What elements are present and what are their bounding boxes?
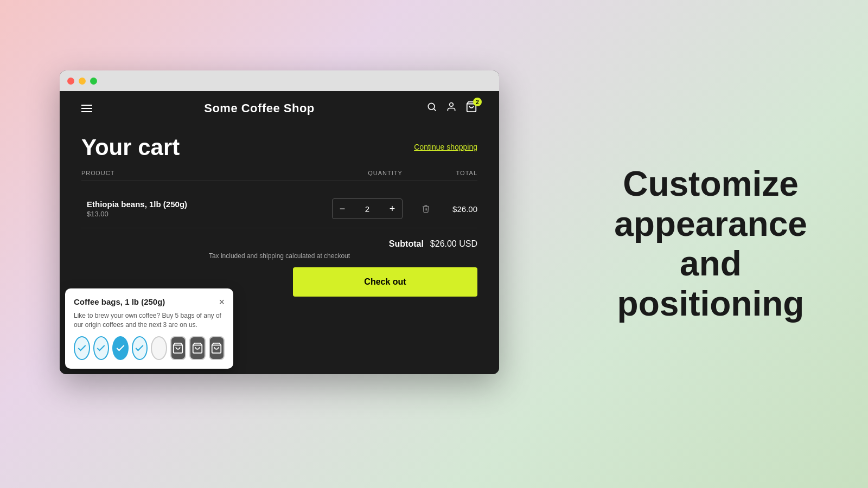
popup-description: Like to brew your own coffee? Buy 5 bags…: [74, 311, 225, 330]
popup-item-1[interactable]: [74, 336, 90, 360]
cart-item: Ethiopia beans, 1lb (250g) $13.00 − 2 +: [81, 190, 477, 228]
subtotal-row: Subtotal $26.00 USD: [81, 239, 477, 249]
quantity-increase-button[interactable]: +: [382, 199, 402, 219]
svg-point-2: [450, 103, 454, 107]
popup-item-3[interactable]: [112, 336, 129, 360]
quantity-column-header: QUANTITY: [336, 170, 434, 176]
subtotal-label: Subtotal: [389, 239, 424, 249]
minimize-button[interactable]: [79, 78, 86, 85]
heading-line2: appearance and: [614, 204, 807, 283]
close-button[interactable]: [67, 78, 74, 85]
total-column-header: TOTAL: [434, 170, 477, 176]
popup-title: Coffee bags, 1 lb (250g): [74, 297, 165, 306]
right-heading: Customize appearance and positioning: [597, 164, 825, 324]
store-title: Some Coffee Shop: [204, 101, 315, 115]
popup-item-5[interactable]: [151, 336, 167, 360]
popup-item-2[interactable]: [93, 336, 110, 360]
popup-item-4[interactable]: [132, 336, 148, 360]
popup-item-6[interactable]: [170, 336, 187, 360]
browser-titlebar: [60, 70, 499, 91]
tax-note: Tax included and shipping calculated at …: [81, 252, 477, 260]
item-info: Ethiopia beans, 1lb (250g) $13.00: [81, 200, 332, 218]
popup-item-7[interactable]: [189, 336, 206, 360]
right-text-panel: Customize appearance and positioning: [597, 164, 825, 324]
cart-header-row: Your cart Continue shopping: [81, 136, 477, 159]
account-icon[interactable]: [446, 101, 457, 115]
item-price: $13.00: [87, 210, 332, 218]
subtotal-value: $26.00 USD: [430, 239, 477, 249]
item-name: Ethiopia beans, 1lb (250g): [87, 200, 332, 209]
heading-line3: positioning: [617, 284, 805, 323]
subtotal-section: Subtotal $26.00 USD Tax included and shi…: [81, 239, 477, 297]
store-content: Some Coffee Shop: [60, 91, 499, 374]
delete-item-button[interactable]: [418, 204, 434, 213]
cart-icon[interactable]: 2: [465, 101, 477, 115]
svg-line-1: [434, 109, 436, 111]
nav-icons: 2: [426, 101, 477, 115]
hamburger-menu[interactable]: [81, 105, 92, 112]
popup-header: Coffee bags, 1 lb (250g) ×: [74, 297, 225, 307]
item-total: $26.00: [434, 204, 477, 214]
cart-badge: 2: [473, 98, 482, 106]
popup-close-button[interactable]: ×: [219, 297, 225, 307]
heading-line1: Customize: [623, 164, 799, 203]
quantity-decrease-button[interactable]: −: [333, 199, 352, 219]
upsell-popup: Coffee bags, 1 lb (250g) × Like to brew …: [65, 288, 233, 369]
search-icon[interactable]: [426, 101, 437, 115]
browser-window: Some Coffee Shop: [60, 70, 499, 374]
store-nav: Some Coffee Shop: [60, 91, 499, 125]
product-column-header: PRODUCT: [81, 170, 336, 176]
popup-items: [74, 336, 225, 360]
quantity-control: − 2 +: [332, 198, 403, 219]
popup-item-8[interactable]: [209, 336, 225, 360]
cart-columns: PRODUCT QUANTITY TOTAL: [81, 170, 477, 181]
cart-title: Your cart: [81, 136, 180, 159]
maximize-button[interactable]: [90, 78, 97, 85]
checkout-button[interactable]: Check out: [293, 267, 477, 297]
svg-point-0: [428, 103, 435, 110]
continue-shopping-link[interactable]: Continue shopping: [414, 143, 477, 151]
quantity-value: 2: [352, 204, 382, 214]
